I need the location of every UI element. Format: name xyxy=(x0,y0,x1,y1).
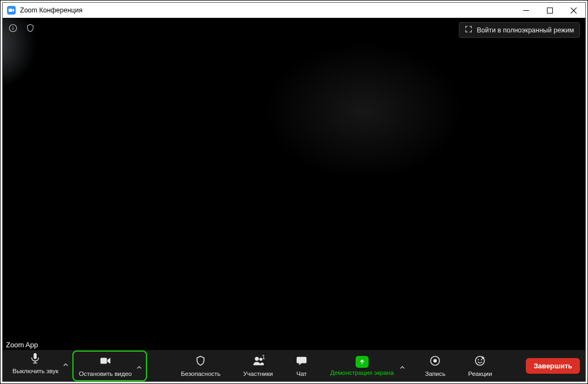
svg-point-17 xyxy=(478,359,479,360)
top-left-overlay xyxy=(8,23,35,33)
participants-label: Участники xyxy=(243,370,273,377)
svg-rect-11 xyxy=(101,358,107,363)
share-screen-label: Демонстрация экрана xyxy=(330,369,394,376)
svg-point-6 xyxy=(12,26,14,27)
record-icon xyxy=(429,355,441,369)
audio-options-chevron[interactable] xyxy=(63,359,70,367)
video-background xyxy=(3,18,585,350)
share-options-chevron[interactable] xyxy=(399,362,407,370)
video-options-chevron[interactable] xyxy=(136,362,144,370)
share-screen-icon xyxy=(356,356,369,368)
meeting-toolbar: Выключить звук Остановить видео xyxy=(3,350,585,381)
svg-rect-2 xyxy=(547,8,552,13)
fullscreen-label: Войти в полноэкранный режим xyxy=(477,26,574,34)
mute-label: Выключить звук xyxy=(12,368,58,374)
fullscreen-icon xyxy=(465,25,472,35)
chat-button[interactable]: Чат xyxy=(291,353,312,379)
participants-icon: 1 xyxy=(252,355,264,369)
window-controls xyxy=(514,3,585,18)
toolbar-right: Завершить xyxy=(526,358,580,374)
stop-video-highlight: Остановить видео xyxy=(72,351,147,381)
zoom-app-icon xyxy=(7,6,16,15)
stop-video-label: Остановить видео xyxy=(79,370,132,377)
toolbar-left: Выключить звук Остановить видео xyxy=(8,351,147,381)
end-meeting-label: Завершить xyxy=(533,362,572,370)
chat-icon xyxy=(296,355,308,369)
video-camera-icon xyxy=(99,355,111,369)
participants-button[interactable]: 1 Участники xyxy=(239,353,277,379)
reactions-icon xyxy=(474,355,486,369)
participants-count: 1 xyxy=(262,354,265,360)
end-meeting-button[interactable]: Завершить xyxy=(526,358,580,374)
security-button[interactable]: Безопасность xyxy=(177,353,225,379)
security-label: Безопасность xyxy=(181,370,220,377)
svg-point-15 xyxy=(433,359,437,362)
minimize-button[interactable] xyxy=(514,3,538,18)
encryption-shield-icon[interactable] xyxy=(25,23,35,33)
stop-video-button[interactable]: Остановить видео xyxy=(75,353,136,379)
record-label: Запись xyxy=(425,370,446,377)
window-title: Zoom Конференция xyxy=(20,6,83,14)
close-button[interactable] xyxy=(562,3,585,18)
info-icon[interactable] xyxy=(8,23,18,33)
svg-rect-0 xyxy=(9,9,12,12)
self-view-label: Zoom App xyxy=(3,340,41,350)
mute-button[interactable]: Выключить звук xyxy=(8,350,63,376)
svg-rect-7 xyxy=(12,28,13,30)
record-button[interactable]: Запись xyxy=(421,353,450,379)
titlebar: Zoom Конференция xyxy=(3,3,585,18)
reactions-label: Реакции xyxy=(468,370,492,377)
svg-point-18 xyxy=(481,359,482,360)
enter-fullscreen-button[interactable]: Войти в полноэкранный режим xyxy=(459,22,580,38)
app-window: Zoom Конференция xyxy=(2,2,586,382)
shield-icon xyxy=(195,355,206,369)
chat-label: Чат xyxy=(296,370,306,377)
reactions-button[interactable]: Реакции xyxy=(464,353,496,379)
share-screen-button[interactable]: Демонстрация экрана xyxy=(326,354,398,378)
video-area: Войти в полноэкранный режим Zoom App xyxy=(3,18,585,350)
microphone-icon xyxy=(29,352,41,366)
svg-point-12 xyxy=(255,356,258,360)
toolbar-center: Безопасность 1 Участники Чат xyxy=(147,353,526,379)
maximize-button[interactable] xyxy=(538,3,562,18)
svg-rect-8 xyxy=(34,353,37,359)
